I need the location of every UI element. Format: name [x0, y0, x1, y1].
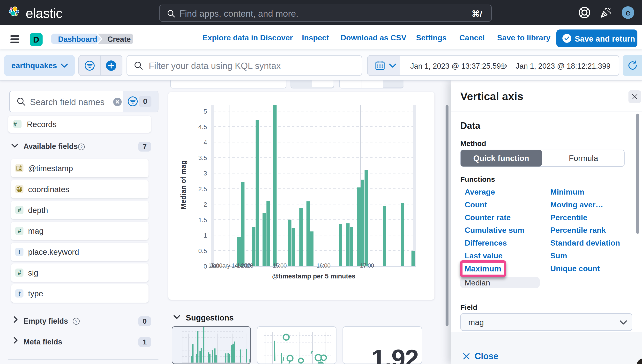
svg-text:17:00: 17:00	[360, 262, 374, 269]
svg-text:0.5: 0.5	[198, 247, 207, 254]
svg-text:3.5: 3.5	[198, 154, 207, 162]
svg-text:15:00: 15:00	[273, 262, 287, 269]
svg-text:?: ?	[75, 319, 77, 324]
svg-text:2: 2	[204, 201, 207, 208]
svg-text:1: 1	[204, 232, 207, 239]
svg-text:5: 5	[204, 108, 207, 115]
svg-text:Median of mag: Median of mag	[179, 160, 187, 209]
svg-text:1.5: 1.5	[198, 216, 207, 224]
svg-text:2.5: 2.5	[198, 186, 207, 193]
svg-text:4.5: 4.5	[198, 123, 207, 130]
svg-text:14:00: 14:00	[237, 262, 251, 269]
svg-text:3: 3	[204, 170, 207, 177]
svg-text:?: ?	[80, 145, 83, 149]
svg-text:16:00: 16:00	[316, 262, 331, 269]
svg-text:0: 0	[204, 263, 207, 270]
svg-text:4: 4	[204, 139, 207, 146]
svg-text:@timestamp per 5 minutes: @timestamp per 5 minutes	[272, 273, 355, 280]
